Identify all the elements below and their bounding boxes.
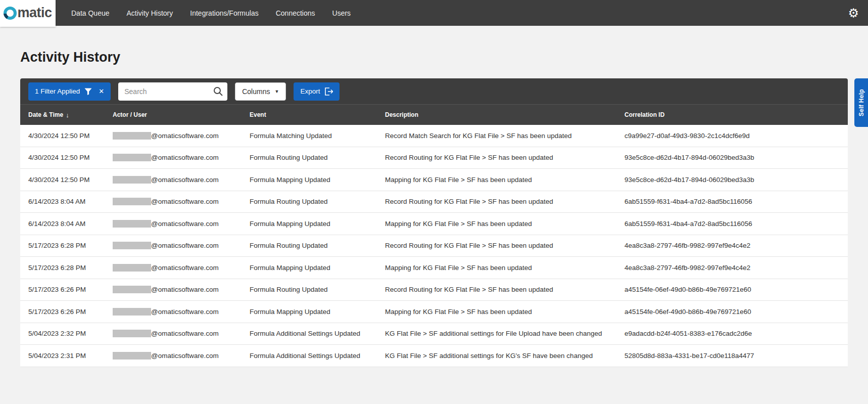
actor-email: @omaticsoftware.com — [151, 330, 219, 337]
columns-dropdown-button[interactable]: Columns ▼ — [235, 82, 286, 101]
search-box — [118, 82, 227, 101]
cell-description: Mapping for KG Flat File > SF has been u… — [385, 308, 624, 316]
cell-description: Record Routing for KG Flat File > SF has… — [385, 286, 624, 293]
cell-actor-user: @omaticsoftware.com — [113, 264, 250, 272]
logo-text: matic — [17, 5, 52, 21]
export-button[interactable]: Export — [294, 82, 340, 101]
table-row: 6/14/2023 8:04 AM @omaticsoftware.com Fo… — [20, 191, 848, 213]
cell-description: Mapping for KG Flat File > SF has been u… — [385, 176, 624, 184]
table-row: 5/04/2023 2:31 PM @omaticsoftware.com Fo… — [20, 345, 848, 367]
actor-email: @omaticsoftware.com — [151, 176, 219, 184]
cell-actor-user: @omaticsoftware.com — [113, 220, 250, 228]
cell-correlation-id: 6ab51559-f631-4ba4-a7d2-8ad5bc116056 — [624, 220, 840, 228]
actor-email: @omaticsoftware.com — [151, 308, 219, 316]
cell-date-time: 4/30/2024 12:50 PM — [28, 176, 113, 184]
table-row: 5/04/2023 2:32 PM @omaticsoftware.com Fo… — [20, 323, 848, 345]
cell-actor-user: @omaticsoftware.com — [113, 242, 250, 249]
cell-description: Record Routing for KG Flat File > SF has… — [385, 242, 624, 249]
column-header-actor-user[interactable]: Actor / User — [113, 111, 250, 118]
cell-description: Record Routing for KG Flat File > SF has… — [385, 198, 624, 205]
settings-gear-icon[interactable]: ⚙ — [848, 7, 859, 19]
redacted-name-block — [113, 198, 151, 205]
cell-actor-user: @omaticsoftware.com — [113, 330, 250, 337]
cell-event: Formula Mapping Updated — [250, 264, 385, 272]
chevron-down-icon: ▼ — [274, 89, 279, 94]
cell-date-time: 5/17/2023 6:26 PM — [28, 286, 113, 293]
export-label: Export — [300, 87, 320, 95]
actor-email: @omaticsoftware.com — [151, 242, 219, 249]
redacted-name-block — [113, 220, 151, 228]
actor-email: @omaticsoftware.com — [151, 220, 219, 228]
actor-email: @omaticsoftware.com — [151, 198, 219, 205]
cell-correlation-id: a45154fe-06ef-49d0-b86b-49e769721e60 — [624, 308, 840, 316]
cell-correlation-id: e9adacdd-b24f-4051-8383-e176cadc2d6e — [624, 330, 840, 337]
actor-email: @omaticsoftware.com — [151, 286, 219, 293]
column-header-event[interactable]: Event — [250, 111, 385, 118]
search-icon[interactable] — [213, 86, 223, 96]
sort-desc-icon[interactable]: ↓ — [66, 111, 69, 119]
cell-date-time: 5/17/2023 6:26 PM — [28, 308, 113, 316]
cell-correlation-id: 4ea8c3a8-2797-46fb-9982-997ef9e4c4e2 — [624, 264, 840, 272]
clear-filter-icon[interactable]: ✕ — [99, 87, 104, 95]
table-row: 5/17/2023 6:28 PM @omaticsoftware.com Fo… — [20, 257, 848, 279]
cell-description: KG Flat File > SF additional settings fo… — [385, 352, 624, 360]
cell-event: Formula Matching Updated — [250, 132, 385, 140]
cell-correlation-id: a45154fe-06ef-49d0-b86b-49e769721e60 — [624, 286, 840, 293]
cell-description: Mapping for KG Flat File > SF has been u… — [385, 264, 624, 272]
redacted-name-block — [113, 176, 151, 184]
actor-email: @omaticsoftware.com — [151, 352, 219, 360]
redacted-name-block — [113, 132, 151, 140]
cell-event: Formula Mapping Updated — [250, 308, 385, 316]
nav-item-activity-history[interactable]: Activity History — [118, 1, 182, 25]
self-help-tab[interactable]: Self Help — [854, 78, 868, 127]
cell-actor-user: @omaticsoftware.com — [113, 308, 250, 316]
logo[interactable]: matic — [0, 0, 56, 27]
export-icon — [324, 87, 333, 96]
column-header-description[interactable]: Description — [385, 111, 624, 118]
table-row: 6/14/2023 8:04 AM @omaticsoftware.com Fo… — [20, 213, 848, 235]
cell-description: Mapping for KG Flat File > SF has been u… — [385, 220, 624, 228]
cell-event: Formula Additional Settings Updated — [250, 330, 385, 337]
cell-correlation-id: 52805d8d-883a-4331-be17-cd0e118a4477 — [624, 352, 840, 360]
filter-applied-button[interactable]: 1 Filter Applied ✕ — [28, 82, 111, 101]
nav-items: Data Queue Activity History Integrations… — [63, 1, 359, 25]
table-row: 5/17/2023 6:26 PM @omaticsoftware.com Fo… — [20, 301, 848, 323]
cell-event: Formula Additional Settings Updated — [250, 352, 385, 360]
redacted-name-block — [113, 308, 151, 316]
cell-actor-user: @omaticsoftware.com — [113, 198, 250, 205]
search-input[interactable] — [118, 82, 227, 101]
column-header-correlation-id[interactable]: Correlation ID — [624, 111, 840, 118]
nav-item-users[interactable]: Users — [324, 1, 360, 25]
columns-label: Columns — [242, 87, 270, 96]
omatic-logo-icon — [4, 7, 17, 20]
cell-correlation-id: 93e5c8ce-d62d-4b17-894d-06029bed3a3b — [624, 154, 840, 161]
cell-event: Formula Mapping Updated — [250, 176, 385, 184]
nav-item-connections[interactable]: Connections — [267, 1, 324, 25]
table-row: 5/17/2023 6:26 PM @omaticsoftware.com Fo… — [20, 279, 848, 301]
cell-event: Formula Routing Updated — [250, 242, 385, 249]
cell-description: Record Match Search for KG Flat File > S… — [385, 132, 624, 140]
cell-description: Record Routing for KG Flat File > SF has… — [385, 154, 624, 161]
filter-applied-label: 1 Filter Applied — [35, 87, 80, 95]
nav-item-data-queue[interactable]: Data Queue — [63, 1, 118, 25]
actor-email: @omaticsoftware.com — [151, 264, 219, 272]
nav-item-integrations-formulas[interactable]: Integrations/Formulas — [181, 1, 267, 25]
table-header: Date & Time ↓ Actor / User Event Descrip… — [20, 104, 848, 125]
cell-event: Formula Routing Updated — [250, 198, 385, 205]
cell-actor-user: @omaticsoftware.com — [113, 352, 250, 360]
table-row: 4/30/2024 12:50 PM @omaticsoftware.com F… — [20, 169, 848, 191]
cell-event: Formula Routing Updated — [250, 286, 385, 293]
cell-date-time: 4/30/2024 12:50 PM — [28, 154, 113, 161]
cell-event: Formula Routing Updated — [250, 154, 385, 161]
page-title: Activity History — [20, 50, 848, 65]
cell-date-time: 6/14/2023 8:04 AM — [28, 220, 113, 228]
cell-date-time: 4/30/2024 12:50 PM — [28, 132, 113, 140]
cell-date-time: 5/17/2023 6:28 PM — [28, 264, 113, 272]
redacted-name-block — [113, 242, 151, 249]
filter-funnel-icon — [84, 88, 92, 95]
cell-date-time: 5/04/2023 2:31 PM — [28, 352, 113, 360]
cell-description: KG Flat File > SF additional settings fo… — [385, 330, 624, 337]
redacted-name-block — [113, 286, 151, 293]
column-header-date-time[interactable]: Date & Time ↓ — [28, 111, 113, 119]
top-navbar: matic Data Queue Activity History Integr… — [0, 0, 868, 26]
